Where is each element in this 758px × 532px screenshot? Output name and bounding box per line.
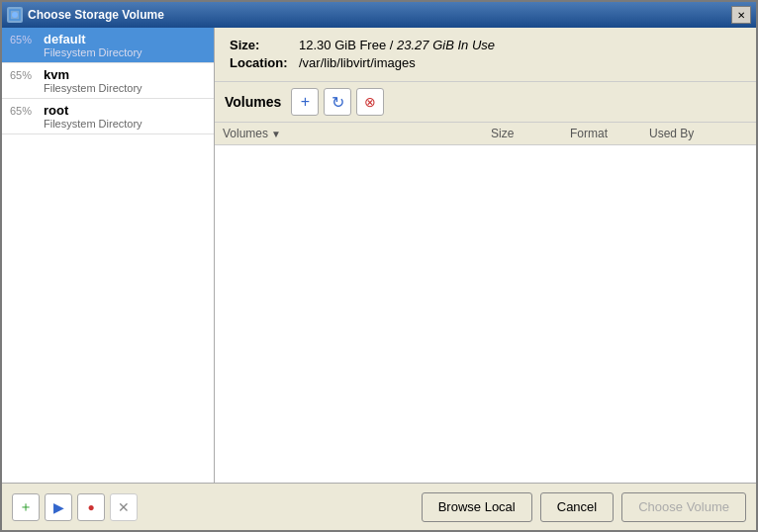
browse-local-button[interactable]: Browse Local	[422, 492, 532, 522]
size-value: 12.30 GiB Free / 23.27 GiB In Use	[299, 38, 495, 52]
right-panel: Size: 12.30 GiB Free / 23.27 GiB In Use …	[215, 28, 756, 483]
add-pool-button[interactable]: ＋	[12, 493, 40, 521]
col-size: Size	[491, 127, 570, 140]
pool-item-root[interactable]: 65% root Filesystem Directory	[2, 99, 214, 134]
window-icon	[7, 7, 23, 23]
volumes-label: Volumes	[225, 94, 281, 110]
volumes-toolbar: Volumes + ↻ ⊗	[215, 82, 756, 123]
pool-percent-2: 65%	[10, 105, 40, 117]
play-icon: ▶	[53, 499, 64, 515]
pool-percent-1: 65%	[10, 69, 40, 81]
table-header: Volumes ▼ Size Format Used By	[215, 123, 756, 145]
title-buttons: ✕	[731, 6, 751, 24]
size-separator: /	[386, 38, 397, 52]
pool-percent-0: 65%	[10, 34, 40, 45]
delete-volume-button[interactable]: ⊗	[356, 88, 384, 116]
add-icon: +	[301, 93, 310, 111]
content-area: 65% default Filesystem Directory 65% kvm…	[2, 28, 756, 483]
close-button[interactable]: ✕	[731, 6, 751, 24]
stop-pool-button[interactable]: ●	[77, 493, 105, 521]
title-bar: Choose Storage Volume ✕	[2, 2, 756, 28]
x-icon: ✕	[118, 499, 130, 515]
delete-icon: ⊗	[364, 94, 376, 110]
add-volume-button[interactable]: +	[291, 88, 319, 116]
window-title: Choose Storage Volume	[28, 8, 731, 22]
plus-icon: ＋	[19, 498, 33, 516]
location-label: Location:	[230, 55, 299, 70]
volumes-table: Volumes ▼ Size Format Used By	[215, 123, 756, 483]
pool-name-1: kvm	[44, 67, 69, 82]
cancel-button[interactable]: Cancel	[540, 492, 614, 522]
size-label: Size:	[230, 38, 299, 52]
col-used-by: Used By	[649, 127, 748, 140]
pool-list: 65% default Filesystem Directory 65% kvm…	[2, 28, 215, 483]
size-row: Size: 12.30 GiB Free / 23.27 GiB In Use	[230, 38, 741, 52]
pool-type-0: Filesystem Directory	[44, 46, 206, 58]
col-volumes: Volumes ▼	[223, 127, 491, 140]
storage-info: Size: 12.30 GiB Free / 23.27 GiB In Use …	[215, 28, 756, 82]
col-format: Format	[570, 127, 649, 140]
delete-pool-button[interactable]: ✕	[110, 493, 138, 521]
main-window: Choose Storage Volume ✕ 65% default File…	[0, 0, 758, 532]
stop-icon: ●	[87, 500, 94, 514]
pool-name-0: default	[44, 32, 86, 46]
svg-point-1	[12, 12, 18, 18]
pool-actions: ＋ ▶ ● ✕	[12, 493, 417, 521]
refresh-icon: ↻	[332, 93, 344, 112]
sort-arrow-icon: ▼	[271, 129, 281, 139]
pool-type-1: Filesystem Directory	[44, 82, 206, 94]
table-body	[215, 145, 756, 442]
location-row: Location: /var/lib/libvirt/images	[230, 55, 741, 70]
pool-item-kvm[interactable]: 65% kvm Filesystem Directory	[2, 63, 214, 99]
start-pool-button[interactable]: ▶	[45, 493, 72, 521]
pool-type-2: Filesystem Directory	[44, 118, 206, 130]
bottom-bar: ＋ ▶ ● ✕ Browse Local Cancel Choose Volum…	[2, 483, 756, 530]
pool-item-default[interactable]: 65% default Filesystem Directory	[2, 28, 214, 63]
choose-volume-button[interactable]: Choose Volume	[621, 492, 746, 522]
size-free: 12.30 GiB Free	[299, 38, 386, 52]
location-value: /var/lib/libvirt/images	[299, 55, 416, 70]
dialog-buttons: Browse Local Cancel Choose Volume	[422, 492, 746, 522]
size-inuse: 23.27 GiB In Use	[397, 38, 495, 52]
refresh-volumes-button[interactable]: ↻	[324, 88, 351, 116]
pool-name-2: root	[44, 103, 68, 118]
